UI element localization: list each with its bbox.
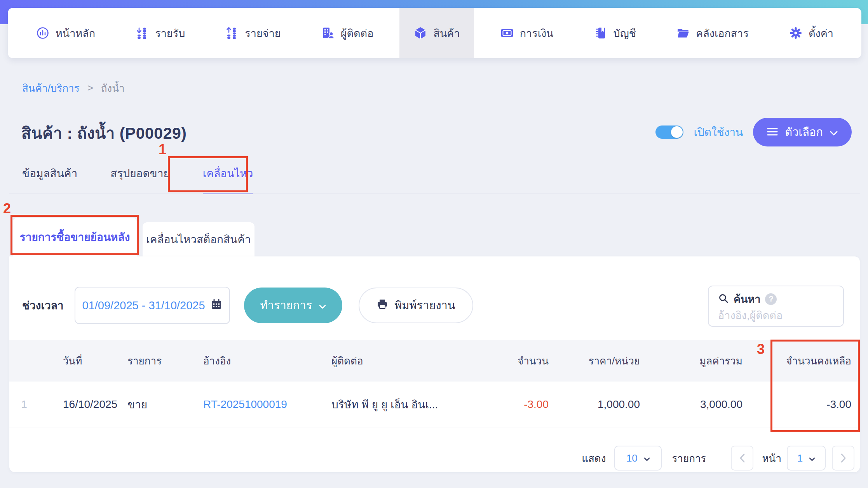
chevron-down-icon — [644, 452, 650, 464]
nav-item-settings[interactable]: ตั้งค่า — [775, 8, 847, 58]
finance-icon — [500, 26, 514, 40]
chevron-down-icon — [830, 126, 838, 139]
date-range-field[interactable]: 01/09/2025 - 31/10/2025 — [75, 287, 230, 324]
row-contact: บริษัท พี ยู ยู เอ็น อินเ... — [331, 396, 485, 413]
page-size-select[interactable]: 10 — [614, 446, 662, 471]
search-icon — [718, 293, 729, 305]
header-unit-price: ราคา/หน่วย — [557, 353, 648, 369]
header-balance: จำนวนคงเหลือ — [751, 353, 860, 369]
header-contact: ผู้ติดต่อ — [331, 353, 485, 369]
make-transaction-label: ทำรายการ — [260, 296, 312, 314]
row-reference-link[interactable]: RT-20251000019 — [203, 398, 331, 411]
tab-product-info[interactable]: ข้อมูลสินค้า — [22, 165, 77, 194]
header-total: มูลค่ารวม — [648, 353, 751, 369]
expense-icon — [225, 26, 239, 40]
chevron-right-icon — [841, 453, 846, 463]
tab-movement[interactable]: เคลื่อนไหว — [203, 165, 253, 194]
chevron-down-icon — [319, 299, 326, 312]
breadcrumb-parent-link[interactable]: สินค้า/บริการ — [22, 80, 80, 96]
row-index: 1 — [9, 398, 39, 411]
header-date: วันที่ — [39, 353, 127, 369]
search-label: ค้นหา — [734, 291, 760, 307]
nav-label: สินค้า — [433, 25, 460, 42]
search-box: ค้นหา ? — [708, 286, 844, 327]
options-button-label: ตัวเลือก — [785, 123, 823, 141]
header-quantity: จำนวน — [485, 353, 557, 369]
help-icon[interactable]: ? — [765, 293, 777, 305]
page-size-value: 10 — [626, 452, 638, 464]
nav-item-income[interactable]: รายรับ — [121, 8, 199, 58]
page-number-value: 1 — [797, 452, 803, 464]
nav-item-accounting[interactable]: บัญชี — [580, 8, 650, 58]
contacts-icon — [321, 26, 335, 40]
search-header: ค้นหา ? — [718, 291, 834, 307]
nav-label: รายรับ — [155, 25, 185, 42]
product-tabs: ข้อมูลสินค้า สรุปยอดขาย เคลื่อนไหว — [22, 165, 253, 194]
page-label: หน้า — [762, 450, 781, 466]
subtab-transaction-history[interactable]: รายการซื้อขายย้อนหลัง — [13, 218, 137, 256]
next-page-button[interactable] — [832, 446, 854, 471]
breadcrumb-separator: > — [87, 82, 93, 94]
nav-item-home[interactable]: หน้าหลัก — [22, 8, 109, 58]
date-range-value: 01/09/2025 - 31/10/2025 — [82, 299, 205, 312]
filter-row: ช่วงเวลา 01/09/2025 - 31/10/2025 ทำรายกา… — [22, 287, 473, 324]
breadcrumb: สินค้า/บริการ > ถังน้ำ — [22, 80, 125, 96]
toggle-label: เปิดใช้งาน — [694, 124, 743, 141]
print-report-label: พิมพ์รายงาน — [394, 296, 455, 314]
toggle-knob — [671, 126, 683, 138]
row-unit-price: 1,000.00 — [557, 398, 648, 411]
nav-label: ตั้งค่า — [809, 25, 833, 42]
pagination: แสดง 10 รายการ หน้า 1 — [582, 445, 854, 471]
nav-item-expense[interactable]: รายจ่าย — [211, 8, 295, 58]
period-label: ช่วงเวลา — [22, 297, 64, 314]
documents-icon — [676, 26, 690, 40]
settings-icon — [789, 26, 803, 40]
page-title: สินค้า : ถังน้ำ (P00029) — [21, 120, 186, 146]
calendar-icon — [211, 298, 222, 313]
printer-icon — [376, 298, 388, 313]
nav-item-products[interactable]: สินค้า — [399, 8, 474, 58]
header-reference: อ้างอิง — [203, 353, 331, 369]
row-total: 3,000.00 — [648, 398, 751, 411]
products-icon — [413, 26, 427, 40]
header-controls: เปิดใช้งาน ตัวเลือก — [655, 117, 852, 147]
hamburger-icon — [767, 126, 778, 139]
annotation-label-2: 2 — [3, 200, 11, 217]
table-header: วันที่ รายการ อ้างอิง ผู้ติดต่อ จำนวน รา… — [9, 340, 860, 382]
show-label: แสดง — [582, 450, 606, 466]
row-quantity: -3.00 — [485, 398, 557, 411]
row-date: 16/10/2025 — [39, 398, 127, 411]
page-number-select[interactable]: 1 — [787, 446, 826, 471]
income-icon — [135, 26, 149, 40]
chevron-left-icon — [740, 453, 745, 463]
options-button[interactable]: ตัวเลือก — [753, 118, 852, 146]
nav-label: หน้าหลัก — [56, 25, 95, 42]
items-label: รายการ — [672, 450, 706, 466]
prev-page-button[interactable] — [731, 446, 753, 471]
nav-label: บัญชี — [614, 25, 636, 42]
active-toggle[interactable] — [655, 125, 683, 139]
row-type: ขาย — [127, 396, 203, 413]
make-transaction-button[interactable]: ทำรายการ — [244, 288, 343, 323]
search-input[interactable] — [718, 310, 834, 322]
main-nav: หน้าหลัก รายรับ รายจ่าย ผู้ติดต่อ สินค้า… — [8, 8, 861, 58]
subtab-stock-movement[interactable]: เคลื่อนไหวสต็อกสินค้า — [143, 222, 254, 256]
dashboard-icon — [36, 26, 50, 40]
tab-sales-summary[interactable]: สรุปยอดขาย — [110, 165, 170, 194]
header-type: รายการ — [127, 353, 203, 369]
nav-item-documents[interactable]: คลังเอกสาร — [662, 8, 763, 58]
tabs-divider — [9, 193, 860, 193]
nav-item-finance[interactable]: การเงิน — [486, 8, 568, 58]
print-report-button[interactable]: พิมพ์รายงาน — [359, 288, 473, 323]
nav-label: คลังเอกสาร — [696, 25, 749, 42]
table-row: 1 16/10/2025 ขาย RT-20251000019 บริษัท พ… — [9, 382, 860, 427]
nav-label: ผู้ติดต่อ — [341, 25, 374, 42]
accounting-icon — [594, 26, 608, 40]
breadcrumb-current: ถังน้ำ — [101, 80, 125, 96]
nav-item-contacts[interactable]: ผู้ติดต่อ — [307, 8, 388, 58]
chevron-down-icon — [809, 452, 815, 464]
row-balance: -3.00 — [751, 398, 860, 411]
nav-label: การเงิน — [520, 25, 554, 42]
nav-label: รายจ่าย — [245, 25, 281, 42]
